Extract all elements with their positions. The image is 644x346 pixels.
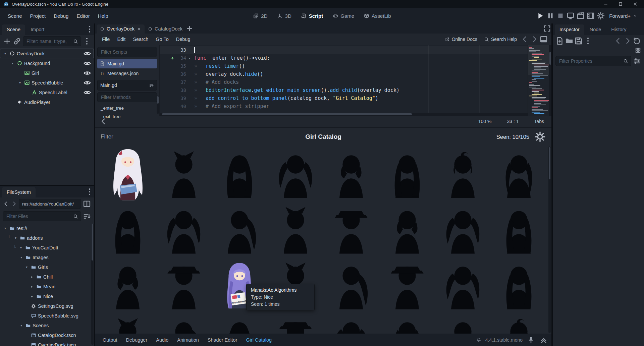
scene-node-OverlayDock[interactable]: ▾ OverlayDock	[0, 49, 94, 58]
filter-scripts-input[interactable]	[100, 49, 154, 55]
scene-node-SpeechLabel[interactable]: SpeechLabel	[0, 88, 94, 97]
manage-properties-icon[interactable]	[635, 47, 641, 54]
notification-bell-icon[interactable]	[476, 337, 481, 342]
close-tab-icon[interactable]	[137, 27, 141, 31]
inspector-back-button[interactable]	[614, 37, 623, 45]
pause-button[interactable]	[546, 11, 555, 20]
expander-icon[interactable]: ▸	[30, 294, 35, 298]
catalog-girl-silhouette[interactable]	[379, 313, 435, 334]
scene-options-button[interactable]	[83, 37, 91, 46]
resource-options-button[interactable]	[584, 37, 592, 45]
scene-node-Girl[interactable]: Girl	[0, 68, 94, 78]
expander-icon[interactable]: ▾	[24, 265, 29, 269]
menu-project[interactable]: Project	[26, 11, 50, 21]
catalog-girl-silhouette[interactable]	[491, 313, 547, 334]
new-resource-button[interactable]	[555, 37, 564, 45]
bottom-panel-animation[interactable]: Animation	[173, 335, 203, 345]
search-help-button[interactable]: Search Help	[481, 35, 520, 44]
history-next-button[interactable]	[530, 35, 539, 44]
visibility-toggle[interactable]	[83, 59, 91, 67]
play-button[interactable]	[536, 11, 545, 20]
catalog-girl-silhouette[interactable]	[100, 202, 156, 258]
catalog-girl-silhouette[interactable]	[268, 202, 324, 258]
catalog-girl-silhouette[interactable]	[491, 202, 547, 258]
scene-node-Background[interactable]: ▾ Background	[0, 58, 94, 68]
expander-icon[interactable]: ▾	[13, 236, 18, 240]
script-tab-OverlayDock[interactable]: OverlayDock	[97, 24, 145, 34]
file-item-res[interactable]: ▾ res://	[0, 223, 94, 233]
catalog-girl-silhouette[interactable]	[379, 202, 435, 258]
bottom-panel-girl-catalog[interactable]: Girl Catalog	[242, 335, 276, 345]
catalog-girl-silhouette[interactable]	[156, 313, 212, 334]
scene-node-SpeechBubble[interactable]: ▾ SpeechBubble	[0, 78, 94, 88]
script-item-Messages.json[interactable]: {}Messages.json	[97, 68, 157, 78]
menu-debug[interactable]: Debug	[50, 11, 72, 21]
maximize-button[interactable]	[618, 1, 623, 7]
code-line-35[interactable]: 35 »reset_timer()	[160, 62, 528, 70]
code-line-38[interactable]: 38 »EditorInterface.get_editor_main_scre…	[160, 86, 528, 94]
code-line-36[interactable]: 36 »overlay_dock.hide()	[160, 70, 528, 78]
catalog-girl-silhouette[interactable]	[323, 147, 379, 202]
expand-bottom-panel-button[interactable]	[539, 336, 548, 344]
catalog-girl-silhouette[interactable]	[379, 258, 435, 313]
online-docs-button[interactable]: Online Docs	[442, 35, 480, 44]
bottom-panel-output[interactable]: Output	[99, 335, 121, 345]
renderer-dropdown[interactable]: Forward+	[606, 12, 640, 20]
catalog-girl-silhouette[interactable]	[323, 202, 379, 258]
add-node-button[interactable]	[3, 37, 11, 46]
catalog-girl-revealed[interactable]	[100, 147, 156, 202]
indent-type[interactable]: Tabs	[534, 119, 544, 124]
catalog-girl-silhouette[interactable]	[323, 258, 379, 313]
code-line-39[interactable]: 39 »add_control_to_bottom_panel(catalog_…	[160, 94, 528, 102]
instance-scene-button[interactable]	[13, 37, 21, 46]
file-item-Images[interactable]: ▾ Images	[0, 252, 94, 262]
bottom-panel-debugger[interactable]: Debugger	[122, 335, 152, 345]
nav-forward-button[interactable]	[11, 199, 17, 208]
filter-methods-input[interactable]	[100, 94, 154, 100]
menu-help[interactable]: Help	[94, 11, 112, 21]
tab-import[interactable]: Import	[26, 24, 49, 35]
file-item-Scenes[interactable]: ▾ Scenes	[0, 321, 94, 330]
filesystem-options-button[interactable]	[85, 187, 94, 196]
tab-scene[interactable]: Scene	[2, 24, 25, 35]
inspector-history-button[interactable]	[633, 37, 641, 45]
history-prev-button[interactable]	[521, 35, 529, 44]
workspace-tab-2d[interactable]: 2D	[249, 11, 271, 21]
menu-editor[interactable]: Editor	[73, 11, 93, 21]
remote-debug-button[interactable]	[566, 11, 575, 20]
tab-filesystem[interactable]: FileSystem	[2, 187, 36, 197]
workspace-tab-assetlib[interactable]: AssetLib	[360, 11, 395, 21]
catalog-girl-silhouette[interactable]	[212, 313, 268, 334]
script-tab-CatalogDock[interactable]: CatalogDock	[145, 24, 186, 34]
catalog-girl-silhouette[interactable]	[156, 147, 212, 202]
play-scene-button[interactable]	[576, 11, 585, 20]
scene-node-AudioPlayer[interactable]: AudioPlayer	[0, 97, 94, 107]
workspace-tab-3d[interactable]: 3D	[273, 11, 296, 21]
menu-scene[interactable]: Scene	[4, 11, 26, 21]
close-button[interactable]	[633, 1, 638, 7]
catalog-girl-silhouette[interactable]	[435, 202, 491, 258]
movie-maker-button[interactable]	[596, 11, 605, 20]
sort-methods-icon[interactable]	[149, 83, 154, 88]
new-tab-button[interactable]	[186, 25, 193, 32]
script-menu-file[interactable]: File	[99, 35, 113, 44]
visibility-toggle[interactable]	[83, 50, 91, 58]
file-item-SpeechBubble.svg[interactable]: SpeechBubble.svg	[0, 311, 94, 321]
file-sort-button[interactable]	[83, 212, 91, 221]
catalog-girl-silhouette[interactable]	[323, 313, 379, 334]
play-custom-scene-button[interactable]	[586, 11, 595, 20]
catalog-filter-input[interactable]: Filter	[101, 133, 113, 140]
code-line-37[interactable]: 37 »# Add docks	[160, 78, 528, 86]
catalog-girl-silhouette[interactable]	[212, 202, 268, 258]
catalog-girl-silhouette[interactable]	[268, 147, 324, 202]
catalog-girl-silhouette[interactable]	[435, 313, 491, 334]
code-line-40[interactable]: 40 »# Add export stripper	[160, 102, 528, 110]
file-item-YouCanDoIt[interactable]: └ ▾ YouCanDoIt	[0, 243, 94, 252]
current-path[interactable]: res://addons/YouCanDoIt/	[19, 199, 81, 209]
expander-icon[interactable]: ▾	[10, 61, 15, 65]
code-line-34[interactable]: 34 ▾ func _enter_tree()->void:	[160, 54, 528, 62]
filesystem-scrollbar[interactable]	[91, 224, 94, 345]
script-menu-edit[interactable]: Edit	[114, 35, 129, 44]
expander-icon[interactable]: ▾	[3, 52, 8, 55]
expander-icon[interactable]: ▾	[19, 255, 24, 259]
